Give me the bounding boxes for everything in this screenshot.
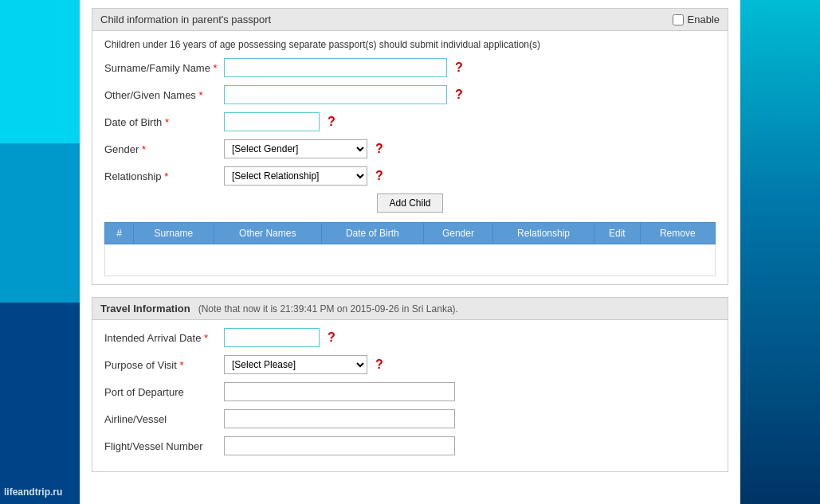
child-section-enable: Enable xyxy=(673,14,720,25)
watermark: lifeandtrip.ru xyxy=(4,486,62,498)
col-other-names: Other Names xyxy=(214,223,321,244)
given-names-input[interactable] xyxy=(224,85,447,104)
port-label: Port of Departure xyxy=(104,386,224,398)
surname-input[interactable] xyxy=(224,58,447,77)
airline-input[interactable] xyxy=(224,409,455,428)
gender-help-icon[interactable]: ? xyxy=(375,142,383,156)
col-number: # xyxy=(105,223,134,244)
add-child-button[interactable]: Add Child xyxy=(377,193,442,213)
given-names-row: Other/Given Names * ? xyxy=(104,85,716,104)
flight-number-input[interactable] xyxy=(224,436,455,455)
airline-row: Airline/Vessel xyxy=(104,409,716,428)
flight-number-row: Flight/Vessel Number xyxy=(104,436,716,455)
table-header: # Surname Other Names Date of Birth Gend… xyxy=(105,223,716,244)
travel-section-title: Travel Information xyxy=(100,303,190,315)
purpose-row: Purpose of Visit * [Select Please] Touri… xyxy=(104,355,716,374)
surname-label: Surname/Family Name * xyxy=(104,62,224,74)
children-table: # Surname Other Names Date of Birth Gend… xyxy=(104,222,716,276)
col-dob: Date of Birth xyxy=(321,223,423,244)
travel-section-header: Travel Information (Note that now it is … xyxy=(92,298,728,320)
sidebar-bot xyxy=(0,303,80,504)
dob-input[interactable] xyxy=(224,112,320,131)
arrival-date-help-icon[interactable]: ? xyxy=(328,330,335,345)
arrival-date-row: Intended Arrival Date * ? xyxy=(104,328,716,347)
relationship-help-icon[interactable]: ? xyxy=(375,169,383,183)
travel-section-note: (Note that now it is 21:39:41 PM on 2015… xyxy=(198,303,458,315)
table-header-row: # Surname Other Names Date of Birth Gend… xyxy=(105,223,716,244)
relationship-label: Relationship * xyxy=(104,170,224,182)
relationship-row: Relationship * [Select Relationship] Son… xyxy=(104,166,716,186)
gender-label: Gender * xyxy=(104,143,224,155)
surname-help-icon[interactable]: ? xyxy=(455,61,463,75)
child-section-title: Child information in parent's passport xyxy=(100,14,271,25)
col-remove: Remove xyxy=(640,223,715,244)
travel-section-body: Intended Arrival Date * ? Purpose of Vis… xyxy=(92,320,728,471)
dob-label: Date of Birth * xyxy=(104,116,224,128)
col-edit: Edit xyxy=(594,223,640,244)
empty-table-row xyxy=(105,244,716,276)
child-section-body: Children under 16 years of age possessin… xyxy=(92,31,728,284)
left-sidebar xyxy=(0,0,80,504)
given-names-label: Other/Given Names * xyxy=(104,89,224,101)
child-info-text: Children under 16 years of age possessin… xyxy=(104,39,716,50)
dob-row: Date of Birth * ? xyxy=(104,112,716,131)
arrival-date-label: Intended Arrival Date * xyxy=(104,332,224,344)
flight-number-label: Flight/Vessel Number xyxy=(104,440,224,452)
right-sidebar xyxy=(740,0,820,504)
airline-label: Airline/Vessel xyxy=(104,413,224,425)
child-section-header: Child information in parent's passport E… xyxy=(92,9,728,31)
main-content: Child information in parent's passport E… xyxy=(80,0,740,504)
purpose-label: Purpose of Visit * xyxy=(104,359,224,371)
sidebar-mid xyxy=(0,143,80,303)
gender-row: Gender * [Select Gender] Male Female ? xyxy=(104,139,716,158)
sidebar-top xyxy=(0,0,80,143)
enable-checkbox[interactable] xyxy=(673,14,684,25)
col-surname: Surname xyxy=(134,223,214,244)
purpose-select[interactable]: [Select Please] Tourism Business Transit xyxy=(224,355,367,374)
purpose-help-icon[interactable]: ? xyxy=(375,357,383,372)
given-names-help-icon[interactable]: ? xyxy=(455,88,463,102)
col-relationship: Relationship xyxy=(493,223,594,244)
port-row: Port of Departure xyxy=(104,382,716,401)
add-child-container: Add Child xyxy=(104,193,716,213)
col-gender: Gender xyxy=(423,223,492,244)
travel-info-section: Travel Information (Note that now it is … xyxy=(92,297,728,472)
arrival-date-input[interactable] xyxy=(224,328,320,347)
surname-row: Surname/Family Name * ? xyxy=(104,58,716,77)
child-info-section: Child information in parent's passport E… xyxy=(92,8,728,285)
dob-help-icon[interactable]: ? xyxy=(328,115,335,129)
port-input[interactable] xyxy=(224,382,455,401)
enable-label: Enable xyxy=(688,14,720,25)
table-body xyxy=(105,244,716,276)
gender-select[interactable]: [Select Gender] Male Female xyxy=(224,139,367,158)
relationship-select[interactable]: [Select Relationship] Son Daughter xyxy=(224,166,367,186)
